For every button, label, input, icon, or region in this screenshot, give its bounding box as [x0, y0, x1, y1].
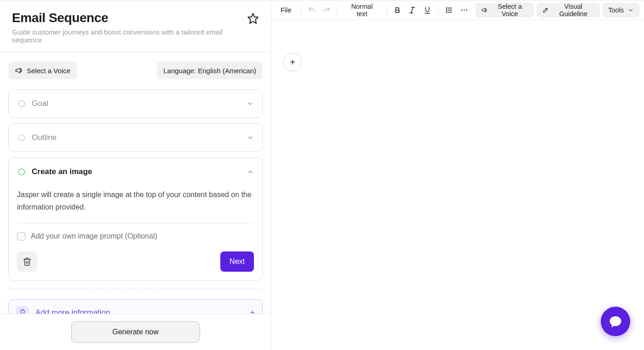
image-prompt-checkbox[interactable] [17, 232, 25, 240]
left-body: Select a Voice Language: English (Americ… [0, 52, 271, 314]
dashed-circle-icon [17, 133, 26, 142]
next-button[interactable]: Next [220, 251, 254, 272]
svg-point-12 [446, 10, 447, 11]
create-image-card-title: Create an image [32, 167, 241, 176]
image-prompt-option: Add your own image prompt (Optional) [17, 232, 254, 240]
create-image-actions: Next [17, 251, 254, 272]
lightbulb-badge [16, 306, 29, 314]
page-subtitle: Guide customer journeys and boost conver… [12, 28, 247, 44]
goal-card-title: Goal [32, 99, 241, 108]
add-more-label: Add more information [35, 308, 243, 314]
svg-line-6 [411, 7, 414, 13]
dashed-circle-icon [17, 167, 26, 176]
plus-icon: + [250, 308, 255, 314]
goal-card: Goal [8, 89, 263, 118]
megaphone-icon [481, 6, 488, 14]
italic-button[interactable] [406, 3, 419, 17]
bold-button[interactable] [391, 3, 404, 17]
left-header: Email Sequence Guide customer journeys a… [0, 0, 271, 52]
left-footer: Generate now [0, 314, 271, 350]
file-menu[interactable]: File [276, 3, 296, 17]
italic-icon [408, 6, 416, 14]
undo-button[interactable] [305, 3, 318, 17]
generate-now-button[interactable]: Generate now [71, 321, 200, 343]
svg-point-3 [18, 169, 24, 175]
chat-fab[interactable] [601, 307, 630, 336]
toolbar-select-voice-label: Select a Voice [491, 3, 528, 18]
dashed-circle-icon [17, 99, 26, 108]
svg-point-2 [18, 134, 24, 140]
plus-icon: + [290, 57, 295, 68]
lightbulb-icon [18, 309, 27, 314]
left-panel: Email Sequence Guide customer journeys a… [0, 0, 271, 350]
chevron-down-icon [247, 100, 254, 107]
chevron-up-icon [247, 168, 254, 175]
text-style-dropdown[interactable]: Normal text [342, 3, 382, 17]
editor-canvas[interactable]: + [271, 20, 644, 350]
svg-point-14 [461, 9, 462, 10]
divider [17, 223, 254, 224]
bold-icon [393, 6, 402, 14]
undo-icon [308, 6, 316, 14]
delete-step-button[interactable] [17, 251, 37, 272]
toolbar-separator [300, 5, 301, 15]
right-panel: File Normal text [271, 0, 644, 350]
svg-point-1 [18, 100, 24, 106]
toolbar-select-voice-button[interactable]: Select a Voice [476, 3, 534, 18]
add-block-button[interactable]: + [283, 53, 302, 71]
outline-card: Outline [8, 123, 263, 152]
svg-marker-0 [248, 13, 258, 23]
svg-point-13 [446, 12, 447, 12]
chevron-down-icon [627, 7, 634, 13]
page-title: Email Sequence [12, 11, 247, 25]
toolbar-separator [438, 5, 438, 15]
language-label: Language: English (American) [163, 67, 256, 75]
brush-icon [542, 6, 549, 14]
image-prompt-label: Add your own image prompt (Optional) [31, 232, 157, 240]
create-image-card-body: Jasper will create a single image at the… [17, 186, 254, 280]
add-more-information-button[interactable]: Add more information + [8, 299, 263, 314]
create-image-card-header[interactable]: Create an image [17, 158, 254, 186]
outline-card-title: Outline [32, 133, 241, 142]
editor-toolbar: File Normal text [271, 0, 644, 20]
svg-point-16 [466, 9, 467, 10]
visual-guideline-button[interactable]: Visual Guideline [537, 3, 600, 18]
chevron-down-icon [247, 134, 254, 141]
svg-point-15 [464, 9, 465, 10]
svg-point-11 [446, 7, 447, 8]
create-image-card: Create an image Jasper will create a sin… [8, 158, 263, 280]
redo-button[interactable] [321, 3, 333, 17]
underline-button[interactable] [421, 3, 434, 17]
tools-label: Tools [608, 6, 624, 14]
left-header-text: Email Sequence Guide customer journeys a… [12, 11, 247, 44]
trash-icon [23, 257, 32, 266]
list-icon [445, 6, 453, 14]
select-voice-label: Select a Voice [27, 67, 70, 75]
chat-bubble-icon [609, 315, 622, 328]
redo-icon [322, 6, 331, 14]
megaphone-icon [15, 66, 23, 75]
outline-card-header[interactable]: Outline [17, 124, 254, 152]
config-row: Select a Voice Language: English (Americ… [8, 62, 263, 79]
select-voice-button[interactable]: Select a Voice [8, 62, 77, 79]
tools-dropdown[interactable]: Tools [603, 3, 639, 18]
underline-icon [423, 6, 431, 14]
more-horizontal-icon [460, 6, 468, 14]
toolbar-separator [386, 5, 387, 15]
language-button[interactable]: Language: English (American) [157, 62, 263, 79]
visual-guideline-label: Visual Guideline [552, 3, 595, 18]
more-format-button[interactable] [458, 3, 471, 17]
dashed-separator [8, 289, 263, 289]
favorite-button[interactable] [247, 12, 259, 24]
goal-card-header[interactable]: Goal [17, 90, 254, 117]
toolbar-separator [337, 5, 338, 15]
list-button[interactable] [443, 3, 455, 17]
star-icon [247, 12, 259, 24]
create-image-description: Jasper will create a single image at the… [17, 188, 254, 213]
